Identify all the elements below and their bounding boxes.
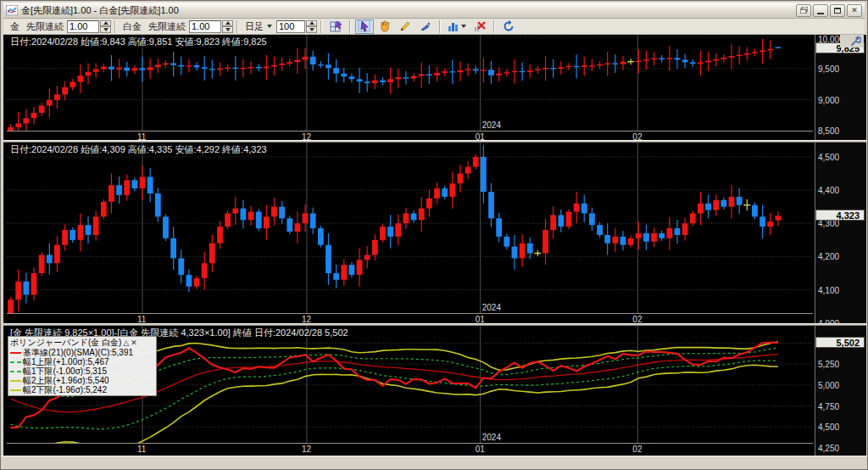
window-title: 金[先限連続]1.00 - 白金[先限連続]1.00 (21, 4, 794, 17)
year-label: 2024 (482, 303, 501, 312)
x-tick-label: 01 (476, 445, 485, 454)
x-tick-label: 11 (137, 445, 146, 454)
legend-close-icon[interactable]: ✕ (131, 339, 137, 347)
gold-ratio-input[interactable] (67, 20, 99, 33)
year-label: 2024 (482, 120, 501, 130)
legend-line-swatch (10, 352, 21, 354)
y-tick-label: 4,400 (818, 186, 839, 195)
period-select[interactable]: 日足 (242, 20, 272, 33)
x-tick-label: 02 (632, 445, 642, 454)
gold-series-label: 先限連続 (26, 20, 64, 33)
spread-y-axis: 5,5005,2505,0004,7504,5004,2505,502 (815, 326, 866, 456)
y-tick-label: 9,000 (818, 96, 839, 105)
platinum-ratio-stepper[interactable] (222, 20, 233, 33)
platinum-y-axis: 4,5004,4004,3004,2004,1004,0004,323 (815, 143, 866, 326)
spread-chart-panel: [金 先限連続 9,825×1.00]-[白金 先限連続 4,323×1.00]… (3, 326, 866, 456)
toolbar-separator (493, 20, 495, 33)
x-tick-label: 12 (302, 132, 311, 142)
current-price-label: 5,502 (815, 337, 865, 348)
legend-line-swatch (10, 389, 21, 391)
legend-line-swatch (10, 371, 21, 372)
pencil-icon (398, 20, 412, 33)
chevron-down-icon (267, 25, 272, 28)
current-price-label: 4,323 (815, 210, 865, 221)
toolbar-separator (439, 20, 441, 33)
minimize-button[interactable] (813, 4, 828, 17)
draw-line-tool-button[interactable] (396, 20, 415, 34)
legend-item: 幅2下限(-1.96σ):5,242 (10, 385, 154, 394)
platinum-symbol-label: 白金 (123, 20, 142, 33)
y-tick-label: 5,000 (818, 381, 839, 390)
x-tick-label: 02 (632, 132, 642, 142)
y-tick-label: 8,500 (818, 126, 839, 136)
chart-app-icon (6, 5, 18, 15)
y-tick-label: 4,100 (818, 286, 839, 295)
gold-ohlc-readout: 日付:2024/02/28 始値:9,843 高値:9,851 安値:9,823… (10, 36, 267, 48)
cursor-icon (358, 20, 371, 33)
y-tick-label: 4,750 (818, 402, 839, 411)
toolbar-separator (114, 20, 116, 33)
bollinger-legend: ボリンジャーバンド(金 白金) △ ✕ 基準線(21)(0)(SMA)(C):5… (8, 336, 157, 396)
y-tick-label: 5,250 (818, 360, 839, 369)
x-tick-label: 01 (476, 315, 485, 324)
gold-chart-panel: 日付:2024/02/28 始値:9,843 高値:9,851 安値:9,823… (3, 35, 866, 143)
settings-strip (840, 35, 864, 48)
gold-chart-plot[interactable] (7, 35, 813, 131)
chart-type-button[interactable] (445, 20, 469, 34)
window-frame-bottom (1, 456, 867, 470)
y-tick-label: 4,200 (818, 252, 839, 261)
wrench-icon[interactable] (850, 36, 861, 47)
gold-x-axis: 11120102 (7, 131, 813, 140)
bar-count-stepper[interactable] (306, 20, 317, 33)
x-tick-label: 12 (302, 315, 311, 324)
y-tick-label: 9,500 (818, 64, 839, 74)
crosshair-tool-button[interactable] (326, 20, 345, 34)
hand-icon (378, 20, 392, 33)
y-tick-label: 4,500 (818, 153, 839, 162)
refresh-icon (502, 20, 515, 33)
pan-tool-button[interactable] (376, 20, 394, 34)
x-tick-label: 01 (476, 132, 485, 142)
delete-drawings-button[interactable] (470, 20, 489, 34)
year-label: 2024 (482, 433, 501, 442)
platinum-ratio-input[interactable] (189, 20, 221, 33)
platinum-x-axis: 11120102 (7, 313, 813, 323)
legend-item-label: 幅2下限(-1.96σ):5,242 (23, 384, 107, 396)
platinum-series-label: 先限連続 (148, 20, 186, 33)
title-bar[interactable]: 金[先限連続]1.00 - 白金[先限連続]1.00 ✕ (3, 3, 865, 19)
close-button[interactable]: ✕ (847, 4, 862, 17)
spread-x-axis: 11120102 (7, 443, 813, 453)
app-window: 金[先限連続]1.00 - 白金[先限連続]1.00 ✕ 金 先限連続 白金 先… (0, 0, 868, 470)
chevron-down-icon (461, 25, 466, 28)
bar-count-input[interactable] (276, 20, 305, 33)
gold-ratio-stepper[interactable] (100, 20, 111, 33)
x-tick-label: 02 (632, 315, 642, 324)
bar-chart-icon (448, 20, 459, 33)
annotation-tool-button[interactable] (416, 20, 435, 34)
pen-flag-icon (419, 20, 432, 33)
x-tick-label: 12 (302, 445, 311, 454)
toolbar-separator (349, 20, 351, 33)
gold-y-axis: 10,0009,5009,0008,5009,825 (815, 35, 866, 143)
float-window-button[interactable] (796, 4, 811, 17)
toolbar-separator (236, 20, 238, 33)
legend-line-swatch (10, 361, 21, 363)
legend-collapse-icon[interactable]: △ (123, 339, 129, 347)
platinum-ohlc-readout: 日付:2024/02/28 始値:4,309 高値:4,335 安値:4,292… (10, 143, 267, 156)
x-tick-label: 11 (137, 132, 146, 142)
crosshair-icon (329, 20, 342, 33)
period-label: 日足 (245, 20, 264, 33)
y-tick-label: 4,500 (818, 422, 839, 432)
platinum-chart-panel: 日付:2024/02/28 始値:4,309 高値:4,335 安値:4,292… (3, 143, 866, 326)
refresh-button[interactable] (499, 20, 518, 34)
maximize-button[interactable] (830, 4, 845, 17)
delete-x-icon (473, 20, 487, 33)
y-tick-label: 4,250 (818, 444, 839, 453)
legend-line-swatch (10, 380, 21, 382)
toolbar-separator (320, 20, 322, 33)
select-tool-button[interactable] (355, 20, 374, 34)
gold-symbol-label: 金 (10, 20, 19, 33)
platinum-chart-plot[interactable] (7, 143, 813, 313)
x-tick-label: 11 (137, 315, 146, 324)
toolbar: 金 先限連続 白金 先限連続 日足 (3, 19, 865, 35)
